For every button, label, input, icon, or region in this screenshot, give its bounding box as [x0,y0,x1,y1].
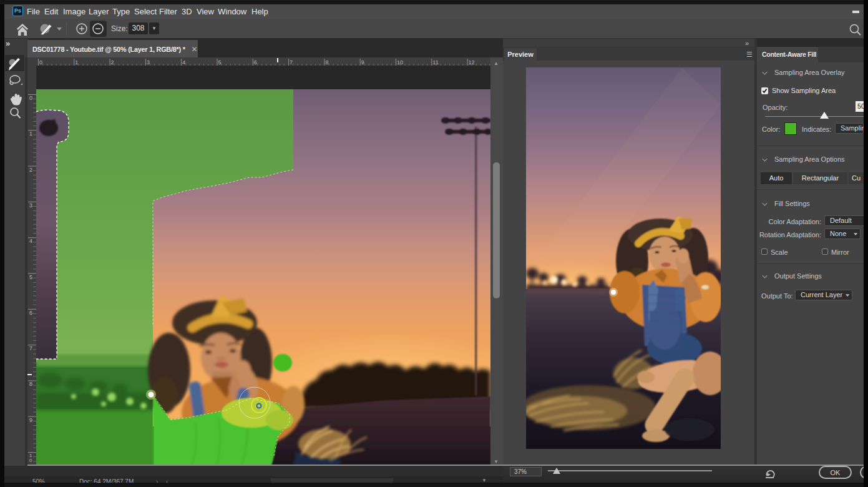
svg-text:1: 1 [75,59,78,66]
svg-text:9: 9 [29,417,32,423]
svg-text:2: 2 [29,167,32,173]
svg-text:8: 8 [325,59,328,66]
svg-text:0: 0 [29,95,32,101]
svg-text:1: 1 [29,130,32,137]
svg-text:0: 0 [29,458,32,463]
svg-text:10: 10 [397,59,403,66]
svg-text:8: 8 [29,381,32,387]
svg-text:12: 12 [469,59,475,66]
svg-text:7: 7 [290,59,293,66]
svg-text:5: 5 [218,59,222,66]
svg-text:2: 2 [111,59,114,66]
svg-text:3: 3 [147,59,150,66]
svg-text:4: 4 [29,238,32,244]
svg-text:0: 0 [39,59,42,66]
svg-text:6: 6 [254,59,257,66]
svg-text:11: 11 [432,59,438,66]
svg-text:7: 7 [29,345,32,352]
svg-text:4: 4 [182,59,185,66]
svg-text:3: 3 [29,202,32,209]
svg-text:6: 6 [29,310,32,316]
svg-text:5: 5 [29,274,32,280]
svg-text:9: 9 [361,59,364,66]
